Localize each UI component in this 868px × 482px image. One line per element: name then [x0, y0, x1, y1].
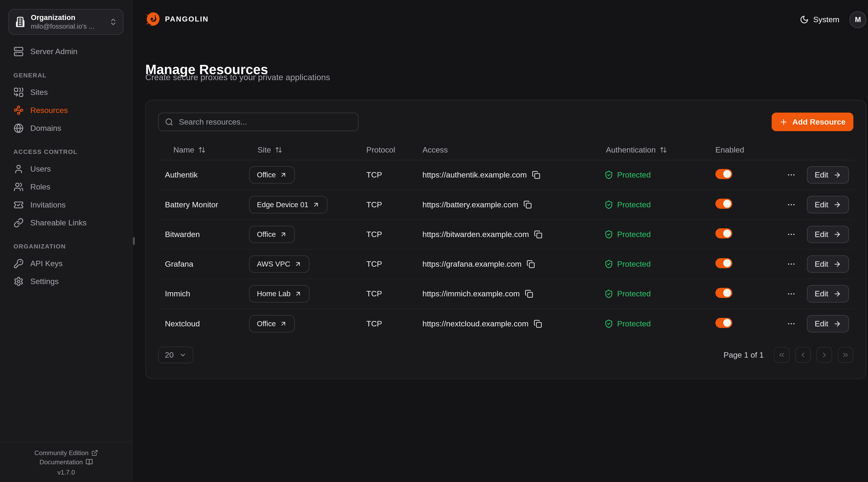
- edit-label: Edit: [815, 260, 828, 268]
- first-page-button[interactable]: [774, 347, 789, 363]
- table-row: AuthentikOfficeTCPhttps://authentik.exam…: [158, 160, 854, 190]
- avatar[interactable]: M: [849, 11, 866, 28]
- row-actions: Edit: [777, 196, 854, 213]
- sidebar-item-domains[interactable]: Domains: [8, 119, 123, 137]
- edit-button[interactable]: Edit: [807, 226, 849, 243]
- org-texts: Organization milo@fossorial.io's ...: [31, 13, 104, 31]
- sidebar-item-api-keys[interactable]: API Keys: [8, 255, 123, 272]
- sidebar-item-sites[interactable]: Sites: [8, 83, 123, 101]
- edit-button[interactable]: Edit: [807, 166, 849, 184]
- copy-url-button[interactable]: [534, 320, 542, 328]
- site-link-chip[interactable]: Office: [249, 315, 295, 332]
- access-url: https://immich.example.com: [422, 289, 520, 298]
- site-link-chip[interactable]: Edge Device 01: [249, 196, 328, 213]
- enabled-toggle[interactable]: [715, 199, 732, 209]
- sidebar-item-label: Roles: [30, 182, 51, 191]
- table-row: NextcloudOfficeTCPhttps://nextcloud.exam…: [158, 309, 854, 339]
- table-header: NameSiteProtocolAccessAuthenticationEnab…: [158, 140, 854, 160]
- site-link-chip[interactable]: Office: [249, 166, 295, 184]
- enabled-toggle[interactable]: [715, 288, 732, 298]
- ellipsis-icon: [787, 319, 796, 328]
- enabled-toggle[interactable]: [715, 318, 732, 328]
- theme-toggle[interactable]: System: [800, 15, 839, 24]
- enabled-toggle[interactable]: [715, 169, 732, 179]
- column-header-authentication[interactable]: Authentication: [597, 146, 715, 154]
- row-menu-button[interactable]: [785, 229, 797, 240]
- row-menu-button[interactable]: [785, 259, 797, 270]
- add-resource-button[interactable]: Add Resource: [772, 113, 854, 131]
- authentication-badge: Protected: [597, 319, 715, 328]
- chevrons-left-icon: [778, 351, 785, 359]
- copy-url-button[interactable]: [523, 200, 532, 209]
- table-row: GrafanaAWS VPCTCPhttps://grafana.example…: [158, 250, 854, 279]
- protocol-value: TCP: [366, 230, 422, 239]
- toolbar: Add Resource: [158, 113, 854, 131]
- access-url: https://nextcloud.example.com: [422, 319, 528, 328]
- sidebar-item-invitations[interactable]: Invitations: [8, 196, 123, 214]
- arrow-up-right-icon: [280, 231, 287, 238]
- copy-url-button[interactable]: [527, 260, 535, 268]
- arrow-up-right-icon: [294, 260, 302, 268]
- page-size-select[interactable]: 20: [158, 347, 193, 363]
- site-link-chip[interactable]: Office: [249, 226, 295, 243]
- search-input[interactable]: [178, 117, 352, 127]
- sidebar-item-label: Sites: [30, 88, 48, 97]
- sidebar-item-shareable-links[interactable]: Shareable Links: [8, 214, 123, 232]
- org-switcher[interactable]: Organization milo@fossorial.io's ...: [8, 9, 123, 35]
- sidebar-item-users[interactable]: Users: [8, 160, 123, 178]
- arrow-right-icon: [833, 171, 841, 179]
- add-resource-label: Add Resource: [792, 118, 846, 127]
- site-link-chip[interactable]: AWS VPC: [249, 255, 309, 273]
- table-row: ImmichHome LabTCPhttps://immich.example.…: [158, 279, 854, 309]
- edit-button[interactable]: Edit: [807, 315, 849, 332]
- edit-button[interactable]: Edit: [807, 285, 849, 302]
- enabled-toggle[interactable]: [715, 228, 732, 238]
- documentation-link[interactable]: Documentation: [0, 458, 132, 466]
- last-page-button[interactable]: [838, 347, 854, 363]
- toggle-knob: [723, 259, 731, 267]
- authentication-badge: Protected: [597, 260, 715, 268]
- copy-icon: [523, 200, 532, 209]
- authentication-badge: Protected: [597, 289, 715, 298]
- row-menu-button[interactable]: [785, 199, 797, 210]
- ellipsis-icon: [787, 289, 796, 298]
- edit-label: Edit: [815, 200, 828, 209]
- site-name: Office: [257, 230, 276, 238]
- column-header-site[interactable]: Site: [249, 146, 367, 154]
- resource-name: Bitwarden: [158, 230, 249, 239]
- site-name: Office: [257, 171, 276, 179]
- row-menu-button[interactable]: [785, 318, 797, 329]
- arrow-up-down-icon: [660, 146, 667, 154]
- edit-button[interactable]: Edit: [807, 255, 849, 273]
- community-edition-link[interactable]: Community Edition: [0, 449, 132, 457]
- copy-url-button[interactable]: [534, 230, 542, 238]
- row-menu-button[interactable]: [785, 169, 797, 181]
- copy-url-button[interactable]: [525, 290, 533, 298]
- prev-page-button[interactable]: [795, 347, 811, 363]
- sidebar-item-label: Users: [30, 164, 51, 173]
- sidebar-item-roles[interactable]: Roles: [8, 178, 123, 196]
- org-switcher-value: milo@fossorial.io's ...: [31, 22, 104, 31]
- sidebar-footer: Community Edition Documentation v1.7.0: [0, 442, 132, 482]
- sidebar-item-settings[interactable]: Settings: [8, 272, 123, 290]
- row-menu-button[interactable]: [785, 288, 797, 299]
- section-label-organization: ORGANIZATION: [13, 243, 124, 250]
- enabled-toggle[interactable]: [715, 258, 732, 268]
- column-header-name[interactable]: Name: [158, 146, 249, 154]
- building-icon: [14, 16, 26, 28]
- edit-button[interactable]: Edit: [807, 196, 849, 213]
- sidebar-item-resources[interactable]: Resources: [8, 101, 123, 119]
- shield-check-icon: [604, 260, 613, 268]
- arrow-up-right-icon: [312, 201, 319, 208]
- arrow-right-icon: [833, 201, 841, 208]
- app-root: Organization milo@fossorial.io's ... Ser…: [0, 0, 868, 482]
- authentication-label: Protected: [617, 319, 651, 328]
- next-page-button[interactable]: [816, 347, 832, 363]
- copy-url-button[interactable]: [532, 171, 540, 179]
- column-header-enabled: Enabled: [715, 146, 777, 154]
- ticket-check-icon: [13, 200, 24, 210]
- table-row: BitwardenOfficeTCPhttps://bitwarden.exam…: [158, 220, 854, 250]
- site-link-chip[interactable]: Home Lab: [249, 285, 310, 302]
- sidebar-item-server-admin[interactable]: Server Admin: [8, 43, 123, 61]
- shield-check-icon: [604, 289, 613, 298]
